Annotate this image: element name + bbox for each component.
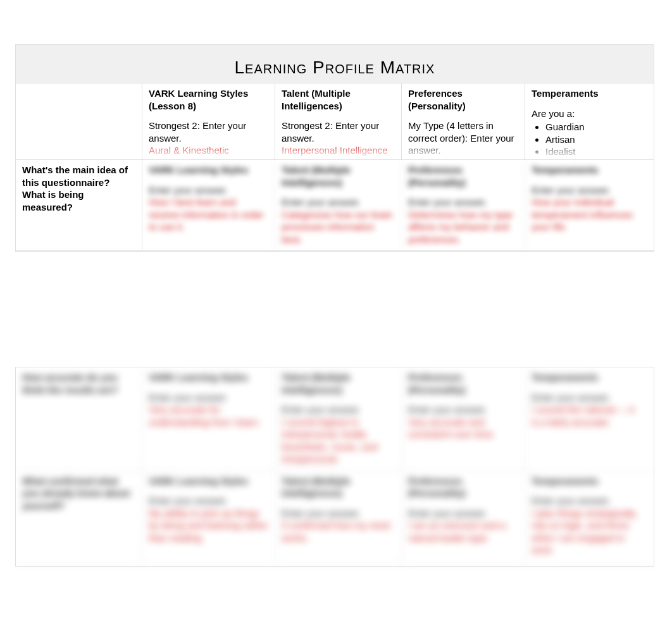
table-row: How accurate do you think the results ar… (16, 367, 654, 471)
table-row: What confirmed what you already knew abo… (16, 471, 654, 566)
cell-talent: Talent (Multiple Intelligences) Enter yo… (275, 367, 402, 470)
answer-text: Very accurate and consistent over time. (408, 416, 518, 441)
cell-subheader: Temperaments (532, 164, 642, 176)
header-row: VARK Learning Styles (Lesson 8) Stronges… (16, 83, 654, 160)
cell-subheader: Talent (Multiple Intelligences) (282, 164, 395, 188)
table-row: What's the main idea of this questionnai… (16, 160, 654, 251)
list-item: Rational (545, 158, 642, 160)
cell-subheader: Temperaments (532, 371, 642, 384)
prompt-text: Enter your answer. (408, 507, 518, 520)
answer-text: I plan things strategically, rely on log… (532, 507, 642, 556)
answer-text: How I best learn and receive information… (149, 196, 268, 233)
cell-subheader: Preferences (Personality) (408, 164, 518, 188)
header-temp: Temperaments Are you a: Guardian Artisan… (525, 83, 649, 159)
column-header-temp: Temperaments (532, 87, 642, 100)
header-empty (16, 83, 142, 159)
column-header-talent: Talent (Multiple Intelligences) (282, 87, 395, 112)
cell-prefs: Preferences (Personality) Enter your ans… (402, 471, 525, 565)
prompt-text: Enter your answer. (282, 507, 395, 520)
answer-text: Very accurate for understanding how I le… (149, 403, 268, 428)
answer-text: Determines how my type affects my behavi… (408, 209, 518, 246)
cell-subheader: Preferences (Personality) (408, 371, 518, 396)
answer-text: ENTJ (408, 157, 518, 160)
cell-talent: Talent (Multiple Intelligences) Enter yo… (275, 160, 402, 250)
prompt-text: Enter your answer. (532, 391, 642, 404)
cell-prefs: Preferences (Personality) Enter your ans… (402, 367, 525, 470)
cell-prefs: Preferences (Personality) Enter your ans… (402, 160, 525, 250)
answer-text: Aural & Kinesthetic (149, 144, 268, 157)
prompt-text: Strongest 2: Enter your answer. (282, 120, 395, 144)
answer-text: How your individual temperament influenc… (532, 196, 642, 233)
prompt-text: Enter your answer. (532, 184, 642, 197)
prompt-text: Enter your answer. (149, 495, 268, 507)
list-item: Idealist (545, 145, 642, 158)
prompt-text: Enter your answer. (532, 495, 642, 507)
prompt-text: Enter your answer. (408, 403, 518, 416)
answer-text: Interpersonal Intelligence & Bodily Kine… (282, 144, 395, 159)
answer-text: My ability to pick up things by doing an… (149, 507, 268, 544)
prompt-text: Strongest 2: Enter your answer. (149, 120, 268, 144)
cell-vark: VARK Learning Styles Enter your answer. … (142, 471, 275, 565)
answer-text: Categorizes how our brain processes info… (282, 209, 395, 246)
learning-profile-matrix: Learning Profile Matrix VARK Learning St… (15, 44, 654, 252)
prompt-text: Enter your answer. (149, 391, 268, 404)
column-header-prefs: Preferences (Personality) (408, 87, 518, 112)
list-item: Guardian (545, 121, 642, 133)
row-question: How accurate do you think the results ar… (16, 367, 142, 470)
column-header-vark: VARK Learning Styles (Lesson 8) (149, 87, 268, 112)
header-prefs: Preferences (Personality) My Type (4 let… (402, 83, 525, 159)
prompt-text: Enter your answer. (282, 403, 395, 416)
cell-subheader: Preferences (Personality) (408, 475, 518, 500)
cell-temp: Temperaments Enter your answer. I plan t… (525, 471, 649, 565)
prompt-text: Are you a: (532, 108, 642, 120)
prompt-text: Enter your answer. (149, 184, 268, 197)
header-talent: Talent (Multiple Intelligences) Stronges… (275, 83, 402, 159)
list-item: Artisan (545, 133, 642, 146)
cell-vark: VARK Learning Styles Enter your answer. … (142, 367, 275, 470)
cell-subheader: Talent (Multiple Intelligences) (282, 371, 395, 396)
cell-temp: Temperaments Enter your answer. I scored… (525, 367, 649, 470)
prompt-text: Enter your answer. (282, 196, 395, 209)
matrix-lower-section: How accurate do you think the results ar… (15, 367, 654, 567)
cell-subheader: VARK Learning Styles (149, 164, 268, 176)
prompt-text: Enter your answer. (408, 196, 518, 209)
answer-text: I scored the rational — it is a fairly a… (532, 403, 642, 428)
page-title: Learning Profile Matrix (16, 58, 654, 78)
cell-subheader: Temperaments (532, 475, 642, 488)
row-question: What confirmed what you already knew abo… (16, 471, 142, 565)
row-question: What's the main idea of this questionnai… (16, 160, 142, 250)
cell-subheader: Talent (Multiple Intelligences) (282, 475, 395, 500)
cell-temp: Temperaments Enter your answer. How your… (525, 160, 649, 250)
title-row: Learning Profile Matrix (16, 45, 654, 83)
answer-text: It confirmed how my mind works. (282, 519, 395, 544)
cell-talent: Talent (Multiple Intelligences) Enter yo… (275, 471, 402, 565)
cell-subheader: VARK Learning Styles (149, 371, 268, 384)
header-vark: VARK Learning Styles (Lesson 8) Stronges… (142, 83, 275, 159)
answer-text: I am an extrovert and a natural leader t… (408, 519, 518, 544)
temperament-list: Guardian Artisan Idealist Rational (532, 121, 642, 159)
prompt-text: Weakest 2: Enter your (149, 158, 268, 160)
cell-vark: VARK Learning Styles Enter your answer. … (142, 160, 275, 250)
answer-text: I scored highest in interpersonal, bodil… (282, 416, 395, 465)
prompt-text: My Type (4 letters in correct order): En… (408, 120, 518, 157)
cell-subheader: VARK Learning Styles (149, 475, 268, 488)
